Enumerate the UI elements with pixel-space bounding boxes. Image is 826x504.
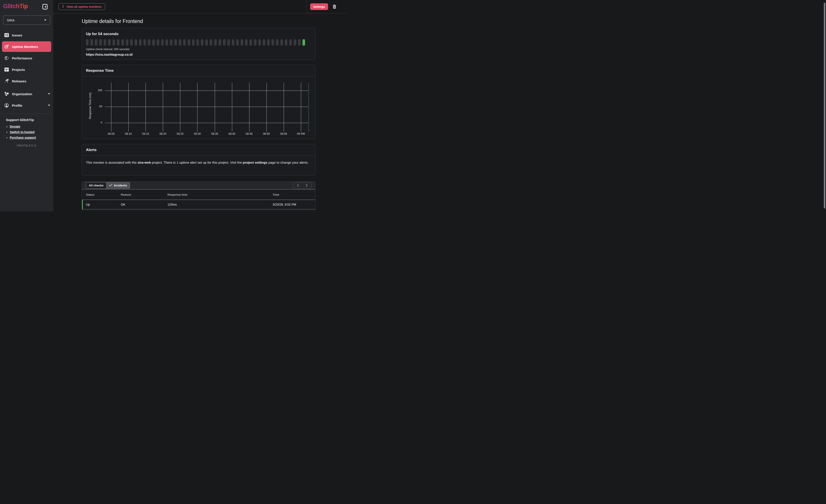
uptime-bar: [99, 39, 102, 46]
topbar: View all uptime monitors Settings: [53, 0, 346, 13]
uptime-bar: [134, 39, 137, 46]
chart-x-tick-label: 08:30: [190, 132, 204, 135]
uptime-bar: [152, 39, 155, 46]
support-link-donate[interactable]: Donate: [10, 125, 20, 128]
alerts-text-bold: project settings: [243, 161, 268, 164]
chart-gridline-vertical: [145, 82, 146, 132]
uptime-bar: [148, 39, 151, 46]
support-section: Support GlitchTip DonateSwitch to hosted…: [0, 118, 53, 139]
chart-gridline-vertical: [232, 82, 232, 132]
uptime-bar: [121, 39, 124, 46]
cell-reason: OK: [121, 203, 168, 206]
uptime-bar: [196, 39, 199, 46]
sidebar-item-uptime-monitors[interactable]: Uptime Monitors: [2, 41, 51, 52]
next-page-button[interactable]: [305, 184, 308, 187]
checks-panel: All checksIncidents StatusReasonResponse…: [82, 181, 315, 211]
sidebar-nav: IssuesUptime MonitorsPerformanceProjects…: [0, 30, 53, 86]
uptime-bar: [143, 39, 146, 46]
monitor-url: https://sira.nashtagroup.co.id: [86, 53, 311, 56]
sidebar-item-projects[interactable]: Projects: [0, 64, 53, 75]
logo-row: GlitchTip: [0, 0, 53, 13]
uptime-bar: [205, 39, 208, 46]
chart-y-tick-label: 50: [82, 105, 102, 108]
delete-monitor-button[interactable]: [333, 5, 336, 9]
organization-select[interactable]: SIRA: [3, 15, 50, 25]
uptime-check-bars: [86, 39, 311, 46]
previous-page-button[interactable]: [296, 184, 299, 187]
sidebar: GlitchTip SIRA IssuesUptime MonitorsPerf…: [0, 0, 53, 211]
uptime-bar: [294, 39, 296, 46]
sidebar-item-profile[interactable]: Profile: [0, 100, 53, 111]
column-header-time: Time: [273, 193, 315, 196]
uptime-bar: [267, 39, 270, 46]
tab-all-checks[interactable]: All checks: [86, 182, 106, 188]
chevron-down-icon: [44, 19, 46, 21]
alerts-text-segment: This monitor is associated with the: [86, 161, 137, 164]
sidebar-item-organization[interactable]: Organization: [0, 88, 53, 99]
chart-x-tick-label: 08:20: [156, 132, 170, 135]
alerts-title: Alerts: [82, 144, 315, 156]
support-link-item: Purchase support: [10, 136, 53, 139]
settings-button[interactable]: Settings: [310, 3, 328, 10]
chart-x-tick-label: 08:50: [259, 132, 274, 135]
sidebar-item-label: Organization: [12, 92, 32, 96]
uptime-bar: [210, 39, 212, 46]
issues-icon: [4, 33, 9, 37]
collapse-sidebar-button[interactable]: [43, 4, 48, 9]
tab-incidents[interactable]: Incidents: [106, 182, 130, 188]
chart-gridline-vertical: [284, 82, 284, 132]
uptime-bar: [254, 39, 256, 46]
uptime-bar: [298, 39, 301, 46]
chart-gridline-horizontal: [105, 123, 309, 123]
chart-x-tick-label: 09 PM: [294, 132, 308, 135]
sidebar-item-label: Profile: [12, 104, 22, 107]
response-time-panel: Response Time Response Time (ms) 08:0508…: [82, 65, 315, 139]
uptime-bar: [249, 39, 252, 46]
support-link-purchase-support[interactable]: Purchase support: [10, 136, 36, 139]
sidebar-item-releases[interactable]: Releases: [0, 76, 53, 86]
support-link-switch-to-hosted[interactable]: Switch to hosted: [10, 130, 35, 134]
chart-y-tick-label: 0: [82, 121, 102, 124]
uptime-bar: [232, 39, 234, 46]
content: Uptime details for Frontend Up for 54 se…: [53, 13, 346, 211]
view-all-uptime-monitors-button[interactable]: View all uptime monitors: [59, 3, 105, 10]
sidebar-item-label: Releases: [12, 79, 26, 83]
cell-response-time: 125ms: [168, 203, 273, 206]
sidebar-account-nav: OrganizationProfile: [0, 88, 53, 111]
cell-status: Up: [86, 203, 121, 206]
uptime-bar: [117, 39, 120, 46]
topbar-divider: [306, 0, 307, 13]
chart-x-tick-label: 08:35: [208, 132, 222, 135]
profile-icon: [4, 103, 9, 108]
chevron-left-icon: [297, 184, 299, 188]
uptime-bar: [179, 39, 181, 46]
alerts-text-bold: sira-web: [137, 161, 151, 164]
alerts-panel: Alerts This monitor is associated with t…: [82, 144, 315, 176]
support-links: DonateSwitch to hostedPurchase support: [0, 125, 53, 139]
uptime-bar: [263, 39, 265, 46]
uptime-bar: [272, 39, 274, 46]
checks-panel-header: All checksIncidents: [82, 182, 315, 189]
glitchtip-logo[interactable]: GlitchTip: [3, 3, 28, 10]
uptime-bar: [219, 39, 221, 46]
chart-x-tick-label: 08:15: [138, 132, 153, 135]
chart-x-tick-label: 08:05: [104, 132, 118, 135]
tab-label: Incidents: [114, 184, 127, 187]
uptime-bar: [112, 39, 115, 46]
uptime-bar: [139, 39, 141, 46]
uptime-bar: [130, 39, 133, 46]
releases-icon: [4, 79, 9, 83]
column-header-status: Status: [86, 193, 121, 196]
chart-gridline-vertical: [128, 82, 129, 132]
uptime-bar: [236, 39, 239, 46]
collapse-sidebar-icon: [43, 7, 48, 10]
sidebar-item-label: Issues: [12, 34, 22, 37]
chart-gridline-vertical: [197, 82, 197, 132]
chart-gridline-vertical: [249, 82, 249, 132]
response-time-chart: [105, 82, 309, 132]
sidebar-item-performance[interactable]: Performance: [0, 53, 53, 63]
sidebar-item-issues[interactable]: Issues: [0, 30, 53, 41]
chevron-down-icon: [48, 93, 50, 94]
organization-select-value: SIRA: [7, 18, 14, 22]
uptime-bar: [214, 39, 217, 46]
